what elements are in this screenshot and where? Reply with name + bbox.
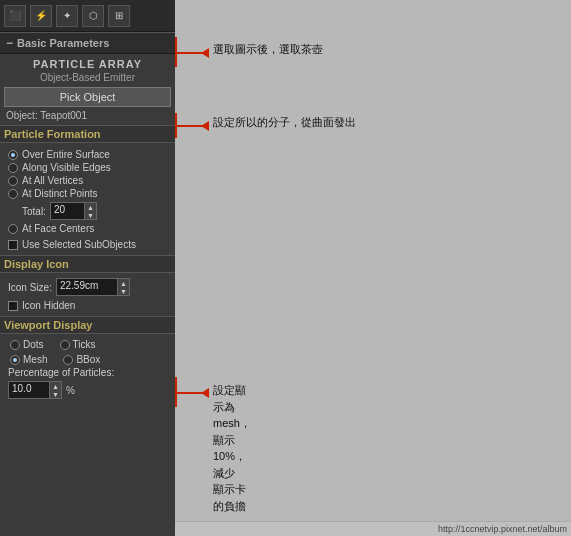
object-label: Object: Teapot001 bbox=[4, 110, 171, 121]
icon-size-row: Icon Size: 22.59cm ▲ ▼ bbox=[4, 276, 171, 298]
percentage-unit: % bbox=[66, 385, 75, 396]
radio-dots[interactable]: Dots bbox=[10, 339, 44, 350]
radio-at-face-centers-input[interactable] bbox=[8, 224, 18, 234]
collapse-icon: − bbox=[6, 36, 13, 50]
percentage-up-arrow[interactable]: ▲ bbox=[50, 382, 61, 390]
left-panel: ⬛ ⚡ ✦ ⬡ ⊞ − Basic Parameters PARTICLE AR… bbox=[0, 0, 175, 536]
radio-at-face-centers-label: At Face Centers bbox=[22, 223, 94, 234]
basic-parameters-header[interactable]: − Basic Parameters bbox=[0, 32, 175, 54]
right-panel: 選取圖示後，選取茶壺 設定所以的分子，從曲面發出 設定顯示為 mesh，顯示 1… bbox=[175, 0, 571, 536]
radio-at-face-centers[interactable]: At Face Centers bbox=[4, 222, 171, 235]
panel-content: PARTICLE ARRAY Object-Based Emitter Pick… bbox=[0, 54, 175, 536]
particle-array-title: PARTICLE ARRAY bbox=[4, 58, 171, 70]
particle-formation-group: Over Entire Surface Along Visible Edges … bbox=[4, 146, 171, 237]
icon-size-up-arrow[interactable]: ▲ bbox=[118, 279, 129, 287]
display-icon-label: Display Icon bbox=[0, 255, 175, 273]
toolbar-icon-4[interactable]: ⬡ bbox=[82, 5, 104, 27]
radio-dots-label: Dots bbox=[23, 339, 44, 350]
radio-mesh-label: Mesh bbox=[23, 354, 47, 365]
particle-formation-label: Particle Formation bbox=[0, 125, 175, 143]
total-row: Total: 20 ▲ ▼ bbox=[4, 200, 171, 222]
viewport-row2: Mesh BBox bbox=[4, 352, 171, 367]
ann1-arrowhead bbox=[201, 48, 209, 58]
icon-hidden-label: Icon Hidden bbox=[22, 300, 75, 311]
radio-over-entire-surface[interactable]: Over Entire Surface bbox=[4, 148, 171, 161]
radio-ticks-label: Ticks bbox=[73, 339, 96, 350]
ann3-text: 設定顯示為 mesh，顯示 10%，減少顯示卡的負擔 bbox=[213, 382, 251, 514]
object-based-emitter: Object-Based Emitter bbox=[4, 72, 171, 83]
radio-bbox[interactable]: BBox bbox=[63, 354, 100, 365]
radio-at-distinct-points-label: At Distinct Points bbox=[22, 188, 98, 199]
radio-ticks[interactable]: Ticks bbox=[60, 339, 96, 350]
total-label: Total: bbox=[22, 206, 46, 217]
radio-over-entire-surface-input[interactable] bbox=[8, 150, 18, 160]
ann2-text: 設定所以的分子，從曲面發出 bbox=[213, 115, 356, 130]
right-content: 選取圖示後，選取茶壺 設定所以的分子，從曲面發出 設定顯示為 mesh，顯示 1… bbox=[175, 0, 571, 521]
bottom-bar: http://1ccnetvip.pixnet.net/album bbox=[175, 521, 571, 536]
use-selected-label: Use Selected SubObjects bbox=[22, 239, 136, 250]
radio-along-visible-edges-input[interactable] bbox=[8, 163, 18, 173]
icon-hidden-item[interactable]: Icon Hidden bbox=[4, 298, 171, 313]
toolbar-icon-3[interactable]: ✦ bbox=[56, 5, 78, 27]
percentage-label: Percentage of Particles: bbox=[4, 367, 171, 378]
percentage-down-arrow[interactable]: ▼ bbox=[50, 390, 61, 398]
toolbar-icon-1[interactable]: ⬛ bbox=[4, 5, 26, 27]
percentage-spinner[interactable]: 10.0 ▲ ▼ bbox=[8, 381, 62, 399]
radio-along-visible-edges[interactable]: Along Visible Edges bbox=[4, 161, 171, 174]
radio-at-distinct-points-input[interactable] bbox=[8, 189, 18, 199]
total-down-arrow[interactable]: ▼ bbox=[85, 211, 96, 219]
total-spinner[interactable]: 20 ▲ ▼ bbox=[50, 202, 97, 220]
total-arrows[interactable]: ▲ ▼ bbox=[84, 203, 96, 219]
total-up-arrow[interactable]: ▲ bbox=[85, 203, 96, 211]
icon-size-spinner[interactable]: 22.59cm ▲ ▼ bbox=[56, 278, 130, 296]
pick-object-button[interactable]: Pick Object bbox=[4, 87, 171, 107]
viewport-display-label: Viewport Display bbox=[0, 316, 175, 334]
percentage-value[interactable]: 10.0 bbox=[9, 382, 49, 398]
radio-along-visible-edges-label: Along Visible Edges bbox=[22, 162, 111, 173]
percentage-arrows[interactable]: ▲ ▼ bbox=[49, 382, 61, 398]
radio-over-entire-surface-label: Over Entire Surface bbox=[22, 149, 110, 160]
radio-ticks-input[interactable] bbox=[60, 340, 70, 350]
icon-size-label: Icon Size: bbox=[8, 282, 52, 293]
radio-bbox-input[interactable] bbox=[63, 355, 73, 365]
radio-dots-input[interactable] bbox=[10, 340, 20, 350]
viewport-row1: Dots Ticks bbox=[4, 337, 171, 352]
radio-mesh-input[interactable] bbox=[10, 355, 20, 365]
radio-at-distinct-points[interactable]: At Distinct Points bbox=[4, 187, 171, 200]
use-selected-checkbox[interactable] bbox=[8, 240, 18, 250]
ann3-arrowhead bbox=[201, 388, 209, 398]
icon-size-arrows[interactable]: ▲ ▼ bbox=[117, 279, 129, 295]
toolbar: ⬛ ⚡ ✦ ⬡ ⊞ bbox=[0, 0, 175, 32]
radio-bbox-label: BBox bbox=[76, 354, 100, 365]
basic-parameters-label: Basic Parameters bbox=[17, 37, 109, 49]
use-selected-subobjects[interactable]: Use Selected SubObjects bbox=[4, 237, 171, 252]
ann2-arrowhead bbox=[201, 121, 209, 131]
radio-at-all-vertices-label: At All Vertices bbox=[22, 175, 83, 186]
icon-hidden-checkbox[interactable] bbox=[8, 301, 18, 311]
total-value[interactable]: 20 bbox=[51, 203, 84, 219]
percentage-row: 10.0 ▲ ▼ % bbox=[4, 379, 171, 401]
toolbar-icon-2[interactable]: ⚡ bbox=[30, 5, 52, 27]
icon-size-value[interactable]: 22.59cm bbox=[57, 279, 117, 295]
radio-at-all-vertices[interactable]: At All Vertices bbox=[4, 174, 171, 187]
radio-at-all-vertices-input[interactable] bbox=[8, 176, 18, 186]
radio-mesh[interactable]: Mesh bbox=[10, 354, 47, 365]
ann1-text: 選取圖示後，選取茶壺 bbox=[213, 42, 323, 57]
bottom-url: http://1ccnetvip.pixnet.net/album bbox=[438, 524, 567, 534]
icon-size-down-arrow[interactable]: ▼ bbox=[118, 287, 129, 295]
toolbar-icon-5[interactable]: ⊞ bbox=[108, 5, 130, 27]
